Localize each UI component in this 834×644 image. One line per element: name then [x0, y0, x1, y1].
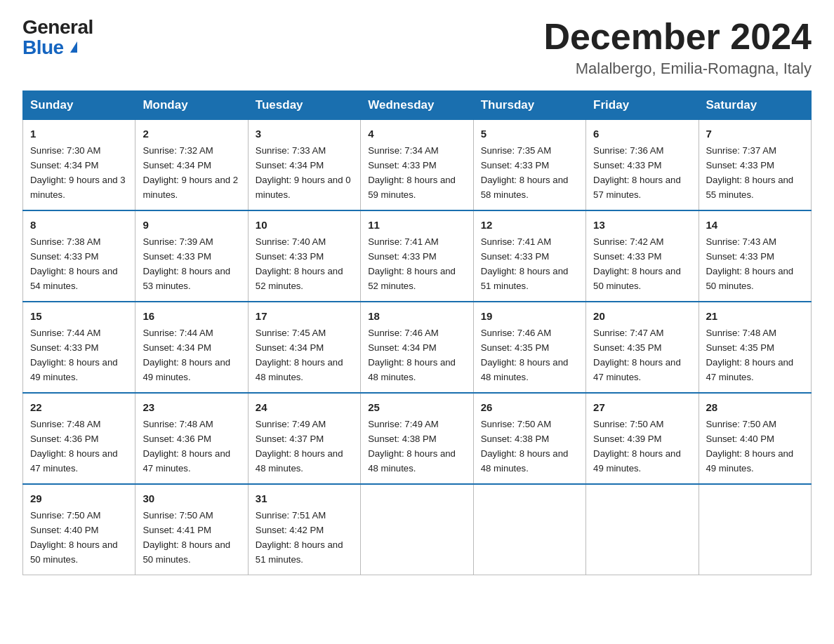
calendar-cell: 31Sunrise: 7:51 AMSunset: 4:42 PMDayligh… [248, 484, 360, 575]
calendar-cell: 27Sunrise: 7:50 AMSunset: 4:39 PMDayligh… [586, 393, 699, 484]
logo-blue-text: Blue [22, 37, 93, 58]
day-info: Sunrise: 7:49 AMSunset: 4:37 PMDaylight:… [256, 419, 343, 474]
day-number: 31 [256, 490, 353, 507]
day-number: 18 [368, 308, 465, 324]
day-number: 30 [143, 490, 240, 507]
day-number: 5 [481, 126, 578, 142]
header-saturday: Saturday [699, 91, 811, 120]
day-info: Sunrise: 7:50 AMSunset: 4:40 PMDaylight:… [706, 419, 794, 474]
day-number: 2 [143, 126, 240, 142]
calendar-cell: 25Sunrise: 7:49 AMSunset: 4:38 PMDayligh… [361, 393, 473, 484]
day-number: 25 [368, 399, 465, 415]
calendar-cell: 30Sunrise: 7:50 AMSunset: 4:41 PMDayligh… [135, 484, 248, 575]
day-info: Sunrise: 7:41 AMSunset: 4:33 PMDaylight:… [481, 236, 569, 291]
calendar-header-row: SundayMondayTuesdayWednesdayThursdayFrid… [23, 91, 812, 120]
day-number: 29 [30, 490, 128, 507]
calendar-cell: 13Sunrise: 7:42 AMSunset: 4:33 PMDayligh… [586, 210, 699, 302]
day-number: 3 [256, 126, 353, 142]
calendar-cell: 24Sunrise: 7:49 AMSunset: 4:37 PMDayligh… [248, 393, 360, 484]
day-info: Sunrise: 7:32 AMSunset: 4:34 PMDaylight:… [143, 145, 238, 200]
day-info: Sunrise: 7:38 AMSunset: 4:33 PMDaylight:… [30, 236, 118, 291]
calendar-cell [361, 484, 473, 575]
calendar-cell: 22Sunrise: 7:48 AMSunset: 4:36 PMDayligh… [23, 393, 135, 484]
calendar-cell: 9Sunrise: 7:39 AMSunset: 4:33 PMDaylight… [135, 210, 248, 302]
calendar-cell: 2Sunrise: 7:32 AMSunset: 4:34 PMDaylight… [135, 120, 248, 210]
day-info: Sunrise: 7:50 AMSunset: 4:39 PMDaylight:… [593, 419, 681, 474]
day-number: 15 [30, 308, 128, 324]
day-number: 20 [593, 308, 691, 324]
calendar-cell: 23Sunrise: 7:48 AMSunset: 4:36 PMDayligh… [135, 393, 248, 484]
day-info: Sunrise: 7:47 AMSunset: 4:35 PMDaylight:… [593, 328, 681, 382]
calendar-cell: 15Sunrise: 7:44 AMSunset: 4:33 PMDayligh… [23, 302, 135, 393]
day-info: Sunrise: 7:39 AMSunset: 4:33 PMDaylight:… [143, 236, 230, 291]
header-monday: Monday [135, 91, 248, 120]
calendar-cell: 10Sunrise: 7:40 AMSunset: 4:33 PMDayligh… [248, 210, 360, 302]
day-info: Sunrise: 7:33 AMSunset: 4:34 PMDaylight:… [256, 145, 351, 200]
calendar-week-row: 8Sunrise: 7:38 AMSunset: 4:33 PMDaylight… [23, 210, 812, 302]
day-info: Sunrise: 7:49 AMSunset: 4:38 PMDaylight:… [368, 419, 456, 474]
day-info: Sunrise: 7:40 AMSunset: 4:33 PMDaylight:… [256, 236, 343, 291]
calendar-cell: 3Sunrise: 7:33 AMSunset: 4:34 PMDaylight… [248, 120, 360, 210]
header-friday: Friday [586, 91, 699, 120]
calendar-cell: 11Sunrise: 7:41 AMSunset: 4:33 PMDayligh… [361, 210, 473, 302]
day-number: 8 [30, 217, 128, 233]
day-number: 14 [706, 217, 804, 233]
header-tuesday: Tuesday [248, 91, 360, 120]
calendar-title: December 2024 [543, 17, 812, 57]
calendar-cell: 18Sunrise: 7:46 AMSunset: 4:34 PMDayligh… [361, 302, 473, 393]
calendar-cell: 7Sunrise: 7:37 AMSunset: 4:33 PMDaylight… [699, 120, 811, 210]
calendar-cell: 28Sunrise: 7:50 AMSunset: 4:40 PMDayligh… [699, 393, 811, 484]
day-number: 27 [593, 399, 691, 415]
day-number: 26 [481, 399, 578, 415]
day-number: 10 [256, 217, 353, 233]
logo-general-text: General [22, 17, 93, 37]
day-info: Sunrise: 7:30 AMSunset: 4:34 PMDaylight:… [30, 145, 126, 200]
day-number: 9 [143, 217, 240, 233]
day-info: Sunrise: 7:41 AMSunset: 4:33 PMDaylight:… [368, 236, 456, 291]
day-info: Sunrise: 7:51 AMSunset: 4:42 PMDaylight:… [256, 510, 343, 565]
day-info: Sunrise: 7:34 AMSunset: 4:33 PMDaylight:… [368, 145, 456, 200]
day-number: 4 [368, 126, 465, 142]
day-info: Sunrise: 7:48 AMSunset: 4:36 PMDaylight:… [143, 419, 230, 474]
calendar-cell: 19Sunrise: 7:46 AMSunset: 4:35 PMDayligh… [473, 302, 585, 393]
day-number: 6 [593, 126, 691, 142]
day-info: Sunrise: 7:50 AMSunset: 4:41 PMDaylight:… [143, 510, 230, 565]
day-number: 1 [30, 126, 128, 142]
day-number: 17 [256, 308, 353, 324]
day-info: Sunrise: 7:43 AMSunset: 4:33 PMDaylight:… [706, 236, 794, 291]
day-info: Sunrise: 7:46 AMSunset: 4:34 PMDaylight:… [368, 328, 456, 382]
day-info: Sunrise: 7:44 AMSunset: 4:34 PMDaylight:… [143, 328, 230, 382]
day-info: Sunrise: 7:48 AMSunset: 4:36 PMDaylight:… [30, 419, 118, 474]
header-wednesday: Wednesday [361, 91, 473, 120]
calendar-cell [473, 484, 585, 575]
day-number: 22 [30, 399, 128, 415]
day-number: 28 [706, 399, 804, 415]
calendar-cell: 29Sunrise: 7:50 AMSunset: 4:40 PMDayligh… [23, 484, 135, 575]
day-info: Sunrise: 7:44 AMSunset: 4:33 PMDaylight:… [30, 328, 118, 382]
day-info: Sunrise: 7:50 AMSunset: 4:38 PMDaylight:… [481, 419, 569, 474]
calendar-cell: 1Sunrise: 7:30 AMSunset: 4:34 PMDaylight… [23, 120, 135, 210]
calendar-week-row: 22Sunrise: 7:48 AMSunset: 4:36 PMDayligh… [23, 393, 812, 484]
day-number: 16 [143, 308, 240, 324]
calendar-cell: 16Sunrise: 7:44 AMSunset: 4:34 PMDayligh… [135, 302, 248, 393]
calendar-week-row: 1Sunrise: 7:30 AMSunset: 4:34 PMDaylight… [23, 120, 812, 210]
title-block: December 2024 Malalbergo, Emilia-Romagna… [543, 17, 812, 78]
calendar-cell [699, 484, 811, 575]
logo-triangle-icon [70, 41, 77, 53]
day-info: Sunrise: 7:45 AMSunset: 4:34 PMDaylight:… [256, 328, 343, 382]
calendar-cell: 12Sunrise: 7:41 AMSunset: 4:33 PMDayligh… [473, 210, 585, 302]
calendar-cell: 6Sunrise: 7:36 AMSunset: 4:33 PMDaylight… [586, 120, 699, 210]
calendar-cell: 4Sunrise: 7:34 AMSunset: 4:33 PMDaylight… [361, 120, 473, 210]
logo: General Blue [22, 17, 93, 58]
day-info: Sunrise: 7:35 AMSunset: 4:33 PMDaylight:… [481, 145, 569, 200]
calendar-location: Malalbergo, Emilia-Romagna, Italy [543, 60, 812, 78]
day-info: Sunrise: 7:50 AMSunset: 4:40 PMDaylight:… [30, 510, 118, 565]
calendar-cell: 21Sunrise: 7:48 AMSunset: 4:35 PMDayligh… [699, 302, 811, 393]
calendar-week-row: 15Sunrise: 7:44 AMSunset: 4:33 PMDayligh… [23, 302, 812, 393]
day-number: 11 [368, 217, 465, 233]
day-info: Sunrise: 7:37 AMSunset: 4:33 PMDaylight:… [706, 145, 794, 200]
calendar-cell: 17Sunrise: 7:45 AMSunset: 4:34 PMDayligh… [248, 302, 360, 393]
day-number: 13 [593, 217, 691, 233]
day-number: 21 [706, 308, 804, 324]
day-number: 24 [256, 399, 353, 415]
